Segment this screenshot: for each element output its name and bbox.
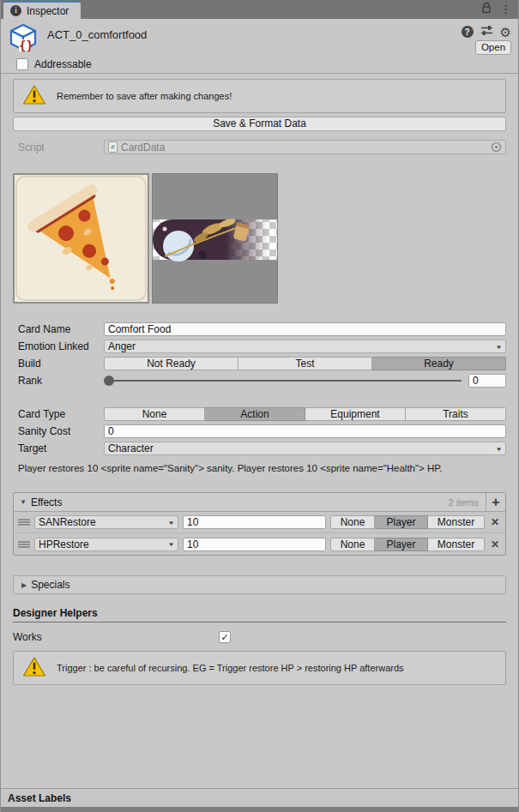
addressable-label: Addressable [34, 58, 92, 70]
works-label: Works [13, 631, 219, 643]
target-row: Target Character ▼ [13, 442, 506, 455]
target-option-player[interactable]: Player [375, 538, 428, 551]
build-row: Build Not Ready Test Ready [13, 357, 506, 370]
effect-type-dropdown[interactable]: SANRestore ▼ [34, 515, 178, 529]
sanity-cost-input[interactable] [104, 424, 506, 438]
object-picker-icon[interactable] [491, 141, 502, 153]
script-row: Script # CardData [13, 140, 506, 154]
gear-icon[interactable]: ⚙ [500, 26, 511, 39]
csharp-script-icon: # [108, 141, 118, 153]
footer: Asset Labels [1, 788, 518, 812]
effect-type-dropdown[interactable]: HPRestore ▼ [34, 538, 178, 551]
asset-labels-title: Asset Labels [8, 792, 71, 804]
target-option-monster[interactable]: Monster [428, 538, 485, 551]
info-icon: i [10, 5, 21, 16]
effect-target-toggle: None Player Monster [330, 515, 485, 529]
emotion-linked-dropdown[interactable]: Anger ▼ [104, 340, 506, 353]
emotion-linked-row: Emotion Linked Anger ▼ [13, 340, 506, 353]
target-option-monster[interactable]: Monster [428, 515, 485, 529]
save-warning-text: Remember to save after making changes! [57, 91, 232, 101]
presets-icon[interactable] [480, 25, 493, 39]
svg-text:{}: {} [19, 39, 33, 52]
slider-knob[interactable] [104, 376, 114, 386]
card-art-preview[interactable] [13, 173, 149, 304]
card-type-option-action[interactable]: Action [205, 407, 305, 421]
effects-count: 2 items [449, 497, 486, 508]
script-object-field[interactable]: # CardData [104, 140, 506, 154]
tab-inspector[interactable]: i Inspector [3, 1, 81, 19]
tab-bar: i Inspector ⋮ [1, 0, 518, 19]
chevron-down-icon: ▼ [167, 520, 175, 525]
designer-helpers-heading: Designer Helpers [13, 607, 506, 623]
works-checkbox[interactable]: ✓ [219, 631, 231, 643]
sanity-cost-row: Sanity Cost [13, 424, 506, 438]
card-type-option-equipment[interactable]: Equipment [305, 407, 406, 421]
chevron-down-icon: ▼ [495, 344, 503, 349]
build-option-ready[interactable]: Ready [372, 357, 506, 370]
build-toggle: Not Ready Test Ready [104, 357, 506, 370]
kebab-menu-icon[interactable]: ⋮ [500, 3, 511, 15]
asset-header: {} ACT_0_comfortfood ? ⚙ Open [1, 19, 518, 55]
build-option-not-ready[interactable]: Not Ready [104, 357, 238, 370]
asset-title: ACT_0_comfortfood [47, 28, 147, 41]
effect-type-value: SANRestore [39, 516, 96, 528]
card-type-option-traits[interactable]: Traits [406, 407, 506, 421]
foldout-closed-icon: ▶ [21, 581, 27, 589]
warning-icon [22, 84, 46, 108]
chevron-down-icon: ▼ [495, 446, 503, 451]
effect-value-input[interactable] [183, 538, 326, 551]
unlock-icon[interactable] [481, 2, 492, 16]
trigger-warning-text: Trigger : be careful of recursing. EG = … [57, 663, 404, 673]
card-name-label: Card Name [13, 323, 104, 335]
rank-row: Rank [13, 374, 506, 388]
banner-art-preview[interactable] [152, 173, 278, 304]
footer-strip [1, 807, 518, 812]
help-icon[interactable]: ? [462, 26, 474, 38]
trigger-warning-box: Trigger : be careful of recursing. EG = … [13, 651, 506, 685]
target-option-none[interactable]: None [330, 538, 375, 551]
effect-value-input[interactable] [183, 515, 326, 529]
works-row: Works ✓ [13, 629, 506, 645]
effects-list: ▼ Effects 2 items + SANRestore ▼ None Pl… [13, 492, 506, 556]
open-button[interactable]: Open [475, 40, 511, 55]
addressable-row: ✓ Addressable [1, 55, 518, 74]
specials-foldout[interactable]: ▶ Specials [13, 575, 506, 594]
save-warning-box: Remember to save after making changes! [13, 79, 506, 113]
card-description-text: Player restores 10 <sprite name="Sanity"… [13, 463, 506, 473]
slider-track [106, 380, 462, 382]
save-format-button[interactable]: Save & Format Data [13, 117, 506, 131]
remove-effect-icon[interactable]: ✕ [489, 516, 501, 528]
tab-label: Inspector [27, 5, 69, 17]
rank-input[interactable] [468, 374, 506, 388]
effect-type-value: HPRestore [39, 538, 89, 550]
preview-images [13, 173, 506, 304]
drag-handle-icon[interactable] [18, 541, 30, 548]
foldout-open-icon[interactable]: ▼ [20, 498, 27, 506]
chevron-down-icon: ▼ [167, 541, 175, 546]
effects-header[interactable]: ▼ Effects 2 items + [14, 493, 505, 512]
rank-slider[interactable] [104, 374, 462, 388]
addressable-checkbox[interactable]: ✓ [16, 58, 28, 70]
card-type-option-none[interactable]: None [104, 407, 205, 421]
target-option-none[interactable]: None [330, 515, 375, 529]
scriptable-object-icon: {} [8, 23, 39, 55]
rank-label: Rank [13, 375, 104, 387]
asset-labels-header[interactable]: Asset Labels [1, 788, 518, 807]
remove-effect-icon[interactable]: ✕ [489, 538, 501, 550]
script-value: CardData [121, 141, 165, 153]
card-name-input[interactable] [104, 322, 506, 336]
emotion-linked-value: Anger [108, 340, 136, 352]
target-dropdown[interactable]: Character ▼ [104, 442, 506, 455]
target-option-player[interactable]: Player [375, 515, 428, 529]
drag-handle-icon[interactable] [18, 519, 30, 526]
sanity-cost-label: Sanity Cost [13, 425, 104, 437]
effects-title: Effects [31, 496, 62, 508]
build-option-test[interactable]: Test [238, 357, 372, 370]
card-type-label: Card Type [13, 408, 104, 420]
card-name-row: Card Name [13, 322, 506, 336]
effect-target-toggle: None Player Monster [330, 538, 485, 551]
add-effect-button[interactable]: + [486, 493, 505, 511]
emotion-linked-label: Emotion Linked [13, 340, 104, 352]
card-type-row: Card Type None Action Equipment Traits [13, 407, 506, 421]
build-label: Build [13, 358, 104, 370]
